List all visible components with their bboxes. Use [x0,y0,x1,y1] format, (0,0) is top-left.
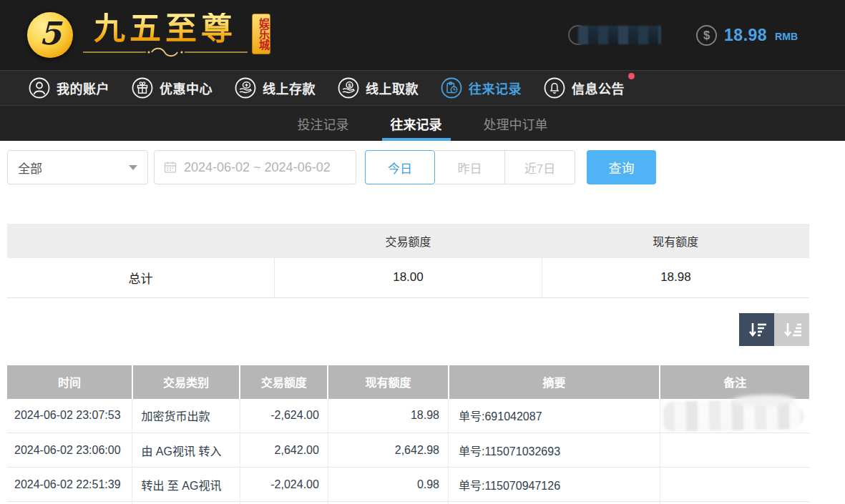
sort-asc-icon [782,320,802,340]
cell-remark [660,468,809,502]
nav-label: 线上取款 [366,79,419,97]
dollar-coin-icon: $ [695,24,718,46]
nav-item-announcements[interactable]: 信息公告 [544,77,625,99]
quick-btn-today[interactable]: 今日 [365,150,435,184]
balance-amount: 18.98 [724,26,767,45]
col-header-amount: 交易额度 [240,365,328,399]
nav-label: 线上存款 [263,79,316,97]
cell-summary: 单号:691042087 [449,399,660,433]
cell-balance: 2,642.98 [328,433,448,468]
logo-monogram: 5 [39,18,62,49]
type-select-value: 全部 [18,159,129,177]
date-range-picker[interactable]: 2024-06-02 ~ 2024-06-02 [154,150,356,184]
balance-currency: RMB [775,31,798,42]
col-header-remark: 备注 [660,365,809,399]
cell-type: 转出 至 AG视讯 [132,468,240,502]
logo-circle-icon: 5 [27,12,73,58]
site-logo[interactable]: 5 九五至尊 娱乐城 [27,12,270,58]
table-row: 2024-06-02 23:07:53 加密货币出款 -2,624.00 18.… [7,399,809,433]
summary-total-balance: 18.98 [542,258,809,297]
col-header-summary: 摘要 [449,365,660,399]
nav-label: 信息公告 [572,79,625,97]
content-area: 全部 2024-06-02 ~ 2024-06-02 今日 昨日 近7日 查询 [7,150,809,504]
cell-summary: 单号:115070947126 [449,468,660,502]
summary-total-row: 总计 18.00 18.98 [7,258,809,297]
col-header-balance: 现有额度 [328,365,448,399]
deposit-icon [235,77,256,99]
cell-remark [660,399,809,433]
top-header: 5 九五至尊 娱乐城 $ 18.98 RMB [0,0,845,70]
cell-remark [660,433,809,468]
nav-item-deposit[interactable]: 线上存款 [235,77,316,99]
sort-descending-button[interactable] [739,313,774,346]
cell-summary: 单号:115071032693 [449,433,660,468]
cell-time: 2024-06-02 23:07:53 [7,399,132,433]
user-icon [29,77,50,99]
summary-total-amount: 18.00 [275,258,542,297]
nav-label: 往来记录 [469,79,522,97]
bell-icon [544,77,565,99]
quick-btn-last7days[interactable]: 近7日 [505,150,575,184]
nav-label: 我的账户 [57,79,109,97]
table-row-partial [7,502,809,504]
cell-balance: 0.98 [328,468,448,502]
nav-item-my-account[interactable]: 我的账户 [29,77,109,99]
date-range-value: 2024-06-02 ~ 2024-06-02 [184,160,331,175]
col-header-time: 时间 [7,365,132,399]
withdraw-icon: $ [338,77,359,99]
main-nav: 我的账户 优惠中心 线上存款 $ 线上取款 [0,70,845,105]
sub-tab-bar: 投注记录 往来记录 处理中订单 [0,105,845,141]
nav-item-promotions[interactable]: 优惠中心 [132,77,213,99]
sort-desc-icon [747,320,767,340]
caret-down-icon [129,165,137,170]
filter-row: 全部 2024-06-02 ~ 2024-06-02 今日 昨日 近7日 查询 [7,150,809,184]
sort-ascending-button[interactable] [774,313,809,346]
quick-date-group: 今日 昨日 近7日 [365,150,575,184]
nav-label: 优惠中心 [160,79,213,97]
tab-processing-orders[interactable]: 处理中订单 [475,106,557,141]
summary-table: 交易额度 现有额度 总计 18.00 18.98 [7,224,809,298]
cell-amount: 2,642.00 [240,433,328,468]
cell-time: 2024-06-02 22:51:39 [7,468,132,502]
quick-btn-yesterday[interactable]: 昨日 [435,150,505,184]
records-icon [441,77,462,99]
summary-header-amount: 交易额度 [275,224,542,258]
logo-badge: 娱乐城 [252,14,270,54]
summary-header-empty [7,224,275,258]
table-row: 2024-06-02 22:51:39 转出 至 AG视讯 -2,024.00 … [7,468,809,502]
cell-type: 由 AG视讯 转入 [132,433,240,468]
notification-dot [628,73,635,79]
col-header-type: 交易类别 [132,365,240,399]
nav-item-withdraw[interactable]: $ 线上取款 [338,77,419,99]
tab-transaction-records[interactable]: 往来记录 [382,106,451,141]
search-button[interactable]: 查询 [587,150,656,184]
cell-type: 加密货币出款 [132,399,240,433]
records-table: 时间 交易类别 交易额度 现有额度 摘要 备注 2024-06-02 23:07… [7,365,809,504]
cell-amount: -2,024.00 [240,468,328,502]
sort-controls [7,313,809,346]
summary-total-label: 总计 [7,258,275,297]
table-row: 2024-06-02 23:06:00 由 AG视讯 转入 2,642.00 2… [7,433,809,468]
summary-header-row: 交易额度 现有额度 [7,224,809,258]
logo-flourish-icon [83,47,248,57]
remark-redacted-blur [663,399,804,431]
username-area[interactable] [568,24,661,46]
dollar-glyph: $ [703,29,710,41]
cell-balance: 18.98 [328,399,448,433]
calendar-icon [163,160,177,174]
tab-betting-records[interactable]: 投注记录 [289,106,358,141]
logo-title: 九五至尊 [94,13,237,44]
balance-display[interactable]: $ 18.98 RMB [695,24,798,46]
username-redacted [578,26,661,44]
summary-header-balance: 现有额度 [542,224,809,258]
gift-icon [132,77,153,99]
cell-time: 2024-06-02 23:06:00 [7,433,132,468]
nav-item-records[interactable]: 往来记录 [441,77,522,99]
type-select[interactable]: 全部 [7,150,148,184]
cell-amount: -2,624.00 [240,399,328,433]
records-header-row: 时间 交易类别 交易额度 现有额度 摘要 备注 [7,365,809,399]
